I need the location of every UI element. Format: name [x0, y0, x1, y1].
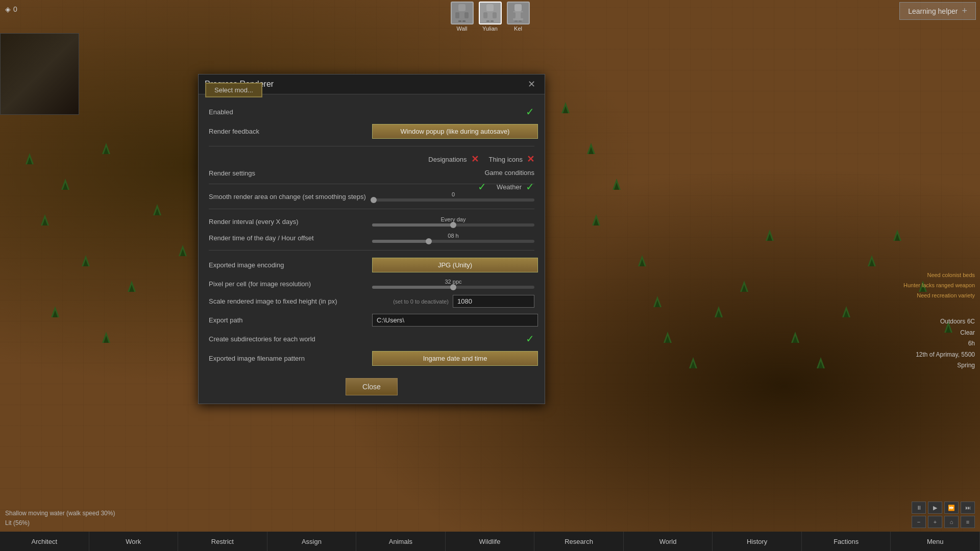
stat-time: 6h: [916, 338, 975, 349]
alert-hunter: Hunter lacks ranged weapon: [903, 281, 975, 291]
encoding-value: JPG (Unity): [372, 258, 538, 272]
svg-rect-8: [483, 12, 487, 18]
right-stats: Outdoors 6C Clear 6h 12th of Aprimay, 55…: [916, 316, 975, 371]
status-bar: Architect Work Restrict Assign Animals W…: [0, 532, 980, 551]
tab-research[interactable]: Research: [534, 532, 624, 551]
tab-assign[interactable]: Assign: [267, 532, 357, 551]
encoding-row: Exported image encoding JPG (Unity): [209, 255, 534, 276]
colonist-yulian[interactable]: Yulian: [479, 2, 502, 32]
create-subdirs-check: ✓: [526, 333, 534, 345]
tab-work[interactable]: Work: [89, 532, 179, 551]
tree: [638, 255, 646, 266]
svg-rect-14: [511, 12, 516, 18]
smooth-render-thumb[interactable]: [371, 197, 377, 203]
terrain-info: Shallow moving water (walk speed 30%): [5, 509, 115, 518]
select-mod-button[interactable]: Select mod...: [205, 83, 262, 97]
render-time-track: [372, 240, 534, 243]
render-settings-label: Render settings: [209, 169, 372, 177]
tree: [26, 153, 34, 164]
pixel-per-cell-thumb[interactable]: [450, 284, 456, 290]
zoom-out-button[interactable]: −: [912, 516, 926, 528]
tree: [842, 306, 850, 317]
tree: [82, 255, 90, 266]
filename-pattern-label: Exported image filename pattern: [209, 355, 372, 362]
game-controls: ⏸ ▶ ⏩ ⏭ − + ⌂ ≡: [912, 502, 975, 528]
export-path-input[interactable]: [372, 314, 538, 327]
svg-rect-12: [514, 4, 522, 11]
pixel-per-cell-track: [372, 286, 534, 289]
svg-rect-16: [514, 20, 518, 22]
tree: [740, 281, 748, 292]
tab-menu[interactable]: Menu: [891, 532, 980, 551]
stat-temp: Outdoors 6C: [916, 316, 975, 328]
dialog-close-button[interactable]: ✕: [525, 79, 538, 90]
svg-rect-2: [455, 12, 459, 18]
game-conditions-label: Game conditions: [372, 169, 534, 177]
render-time-fill: [372, 240, 429, 243]
tab-wildlife[interactable]: Wildlife: [446, 532, 535, 551]
create-subdirs-row: Create subdirectories for each world ✓: [209, 330, 534, 348]
svg-rect-3: [464, 12, 469, 18]
colonist-yulian-avatar: [479, 2, 502, 24]
right-alerts: Need colonist beds Hunter lacks ranged w…: [903, 270, 975, 300]
colonist-wall-avatar: [451, 2, 474, 24]
tree: [868, 255, 876, 266]
tab-factions[interactable]: Factions: [802, 532, 891, 551]
tab-architect[interactable]: Architect: [0, 532, 89, 551]
colonist-kel-name: Kel: [514, 26, 522, 32]
colonist-wall[interactable]: Wall: [451, 2, 474, 32]
render-time-row: Render time of the day / Hour offset 08 …: [209, 230, 534, 246]
export-path-value: [372, 314, 538, 327]
designations-label: Designations: [428, 156, 467, 163]
tree: [179, 245, 187, 256]
create-subdirs-label: Create subdirectories for each world: [209, 335, 372, 343]
home-button[interactable]: ⌂: [944, 516, 959, 528]
progress-renderer-dialog: Progress Renderer ✕ Enabled ✓ Render fee…: [198, 74, 545, 404]
colonist-wall-name: Wall: [457, 26, 468, 32]
play-button[interactable]: ▶: [928, 502, 942, 514]
tab-world[interactable]: World: [624, 532, 713, 551]
enabled-label: Enabled: [209, 108, 372, 116]
dialog-close-bottom-button[interactable]: Close: [346, 378, 398, 395]
render-feedback-label: Render feedback: [209, 128, 372, 135]
render-feedback-button[interactable]: Window popup (like during autosave): [372, 124, 538, 139]
learning-helper-button[interactable]: Learning helper +: [899, 2, 976, 20]
tab-animals[interactable]: Animals: [356, 532, 446, 551]
ultra-fast-button[interactable]: ⏭: [961, 502, 975, 514]
filename-pattern-value: Ingame date and time: [372, 351, 538, 366]
export-path-label: Export path: [209, 316, 372, 324]
learning-helper-label: Learning helper: [908, 7, 958, 15]
stat-weather: Clear: [916, 328, 975, 339]
encoding-button[interactable]: JPG (Unity): [372, 258, 538, 272]
svg-rect-17: [519, 20, 522, 22]
smooth-render-value: 0: [372, 191, 534, 202]
zoom-in-button[interactable]: +: [928, 516, 942, 528]
filename-pattern-button[interactable]: Ingame date and time: [372, 351, 538, 366]
smooth-render-value-label: 0: [372, 191, 534, 197]
speed-controls-row: ⏸ ▶ ⏩ ⏭: [912, 502, 975, 514]
colonists-container: Wall Yulian: [451, 2, 530, 32]
scale-height-input[interactable]: [453, 295, 534, 308]
encoding-label: Exported image encoding: [209, 261, 372, 269]
render-settings-grid: Designations ✕ Thing icons ✕ Game condit…: [372, 154, 534, 193]
smooth-render-track: [372, 198, 534, 202]
pixel-per-cell-label: Pixel per cell (for image resolution): [209, 280, 372, 288]
render-interval-value: Every day: [372, 216, 534, 227]
pixel-per-cell-slider-container: 32 ppc: [372, 279, 534, 289]
alert-beds: Need colonist beds: [903, 270, 975, 281]
tab-history[interactable]: History: [713, 532, 802, 551]
render-interval-thumb[interactable]: [450, 222, 456, 228]
render-interval-track: [372, 223, 534, 227]
colonist-kel[interactable]: Kel: [507, 2, 530, 32]
render-time-thumb[interactable]: [426, 238, 432, 244]
render-interval-fill: [372, 223, 453, 227]
divider-3: [209, 209, 534, 209]
layers-button[interactable]: ≡: [961, 516, 975, 528]
lit-info: Lit (56%): [5, 518, 115, 528]
tree: [587, 143, 595, 154]
pause-button[interactable]: ⏸: [912, 502, 926, 514]
svg-rect-6: [486, 4, 494, 11]
tree: [102, 332, 110, 343]
fast-forward-button[interactable]: ⏩: [944, 502, 959, 514]
tab-restrict[interactable]: Restrict: [178, 532, 267, 551]
